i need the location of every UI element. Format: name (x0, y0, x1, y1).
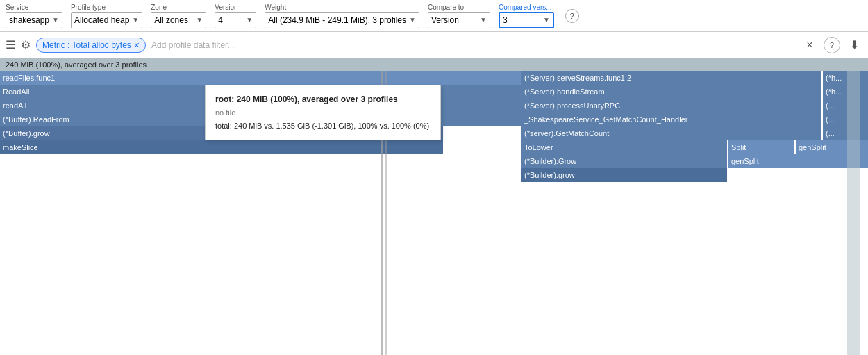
topbar-help-button[interactable]: ? (565, 9, 579, 23)
main-content: 240 MiB (100%), averaged over 3 profiles… (0, 58, 868, 355)
table-row[interactable]: (*server).GetMatchCount (... (521, 126, 868, 140)
compared-vers-dropdown-group: Compared vers... 3 ▼ (499, 3, 554, 28)
compared-vers-dropdown[interactable]: 3 ▼ (499, 12, 554, 28)
table-row[interactable]: (*Builder).grow (521, 168, 868, 182)
right-flamegraph: (*Server).serveStreams.func1.2 (*h... (*… (521, 71, 868, 355)
table-row[interactable]: (*Server).serveStreams.func1.2 (*h... (521, 71, 868, 85)
flame-block-tolower[interactable]: ToLower (521, 140, 727, 154)
weight-label: Weight (265, 3, 419, 11)
profile-type-value: Allocated heap (74, 15, 129, 25)
tooltip: root: 240 MiB (100%), averaged over 3 pr… (205, 85, 441, 140)
zone-dropdown[interactable]: All zones ▼ (151, 12, 206, 28)
table-row[interactable]: (*Server).processUnaryRPC (... (521, 99, 868, 113)
table-row[interactable]: (*Builder).Grow genSplit (521, 154, 868, 168)
compare-to-label: Compare to (428, 3, 490, 11)
settings-icon[interactable]: ⚙ (21, 38, 31, 51)
flame-block-handlestream[interactable]: (*Server).handleStream (521, 85, 821, 99)
flame-block-servestreams[interactable]: (*Server).serveStreams.func1.2 (521, 71, 821, 85)
flame-block-p3[interactable]: (... (823, 126, 868, 140)
zone-label: Zone (151, 3, 206, 11)
flame-block-split[interactable]: Split (728, 140, 794, 154)
flame-block-h1[interactable]: (*h... (823, 71, 868, 85)
service-arrow-icon: ▼ (52, 16, 59, 24)
menu-icon[interactable]: ☰ (6, 38, 15, 51)
compare-to-value: Version (431, 15, 459, 25)
table-row[interactable]: makeSlice (0, 140, 521, 154)
compare-to-arrow-icon: ▼ (480, 16, 487, 24)
close-button[interactable]: × (801, 37, 818, 53)
flame-block-builder-grow2[interactable]: (*Builder).grow (521, 168, 727, 182)
tooltip-total-value: 240 MiB vs. 1.535 GiB (-1.301 GiB), 100%… (234, 122, 429, 130)
flame-block-processunary[interactable]: (*Server).processUnaryRPC (521, 99, 821, 113)
flame-block-builder-grow[interactable]: (*Builder).Grow (521, 154, 727, 168)
service-value: shakesapp (9, 15, 49, 25)
right-scrollbar (847, 71, 860, 355)
tooltip-title: root: 240 MiB (100%), averaged over 3 pr… (215, 92, 431, 106)
left-flamegraph: readFiles.func1 ReadAll readAll (*Buffer… (0, 71, 521, 355)
profile-type-dropdown[interactable]: Allocated heap ▼ (71, 12, 142, 28)
compare-to-dropdown-group: Compare to Version ▼ (428, 3, 490, 28)
compare-to-dropdown[interactable]: Version ▼ (428, 12, 490, 28)
service-dropdown[interactable]: shakesapp ▼ (6, 12, 62, 28)
download-button[interactable]: ⬇ (846, 37, 862, 53)
profile-type-arrow-icon: ▼ (132, 16, 139, 24)
table-row[interactable]: readFiles.func1 (0, 71, 521, 85)
flame-block-p1[interactable]: (... (823, 99, 868, 113)
top-toolbar: Service shakesapp ▼ Profile type Allocat… (0, 0, 868, 32)
tooltip-total-label: total: (215, 122, 232, 130)
flame-block-makeslice[interactable]: makeSlice (0, 140, 443, 154)
flame-block-readfiles[interactable]: readFiles.func1 (0, 71, 521, 85)
compared-vers-label: Compared vers... (499, 3, 554, 11)
version-value: 4 (218, 15, 223, 25)
weight-dropdown-group: Weight All (234.9 MiB - 249.1 MiB), 3 pr… (265, 3, 419, 28)
summary-text: 240 MiB (100%), averaged over 3 profiles (6, 60, 147, 69)
version-label: Version (215, 3, 256, 11)
version-arrow-icon: ▼ (246, 16, 253, 24)
tooltip-file: no file (215, 106, 431, 119)
flamegraph-area: readFiles.func1 ReadAll readAll (*Buffer… (0, 71, 868, 355)
filter-placeholder[interactable]: Add profile data filter... (151, 40, 796, 50)
version-dropdown-group: Version 4 ▼ (215, 3, 256, 28)
zone-arrow-icon: ▼ (196, 16, 203, 24)
filter-toolbar: ☰ ⚙ Metric : Total alloc bytes × Add pro… (0, 32, 868, 58)
profile-type-dropdown-group: Profile type Allocated heap ▼ (71, 3, 142, 28)
flame-block-getmatch[interactable]: (*server).GetMatchCount (521, 126, 821, 140)
weight-dropdown[interactable]: All (234.9 MiB - 249.1 MiB), 3 profiles … (265, 12, 419, 28)
weight-arrow-icon: ▼ (409, 16, 416, 24)
zone-value: All zones (154, 15, 188, 25)
table-row[interactable]: _ShakespeareService_GetMatchCount_Handle… (521, 113, 868, 126)
compared-vers-value: 3 (503, 15, 508, 25)
summary-bar: 240 MiB (100%), averaged over 3 profiles (0, 58, 868, 71)
tooltip-total: total: 240 MiB vs. 1.535 GiB (-1.301 GiB… (215, 119, 431, 133)
compared-vers-arrow-icon: ▼ (543, 16, 550, 24)
filter-help-button[interactable]: ? (824, 37, 840, 53)
metric-chip[interactable]: Metric : Total alloc bytes × (36, 38, 146, 53)
chip-label: Metric : Total alloc bytes (42, 40, 131, 50)
service-dropdown-group: Service shakesapp ▼ (6, 3, 62, 28)
version-dropdown[interactable]: 4 ▼ (215, 12, 256, 28)
flame-block-h2[interactable]: (*h... (823, 85, 868, 99)
weight-value: All (234.9 MiB - 249.1 MiB), 3 profiles (268, 15, 406, 25)
table-row[interactable]: ToLower Split genSplit (521, 140, 868, 154)
flame-block-p2[interactable]: (... (823, 113, 868, 126)
table-row[interactable]: (*Server).handleStream (*h... (521, 85, 868, 99)
zone-dropdown-group: Zone All zones ▼ (151, 3, 206, 28)
flame-block-handler[interactable]: _ShakespeareService_GetMatchCount_Handle… (521, 113, 821, 126)
chip-close-icon[interactable]: × (134, 40, 140, 51)
profile-type-label: Profile type (71, 3, 142, 11)
service-label: Service (6, 3, 62, 11)
